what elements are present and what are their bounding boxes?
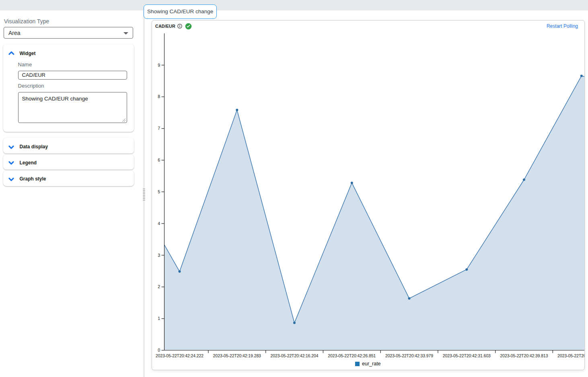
svg-text:2023-05-22T20:42:16.204: 2023-05-22T20:42:16.204 <box>270 354 318 358</box>
svg-text:2: 2 <box>158 284 160 289</box>
svg-text:2023-05-22T20:42:26.851: 2023-05-22T20:42:26.851 <box>328 354 376 358</box>
svg-text:1: 1 <box>158 316 160 321</box>
svg-text:2023-05-22T20:42:35.514: 2023-05-22T20:42:35.514 <box>557 354 584 358</box>
svg-text:2023-05-22T20:42:39.813: 2023-05-22T20:42:39.813 <box>500 354 548 358</box>
svg-text:2023-05-22T20:42:31.603: 2023-05-22T20:42:31.603 <box>443 354 491 358</box>
svg-text:3: 3 <box>158 253 160 258</box>
svg-text:6: 6 <box>158 158 160 162</box>
svg-text:0: 0 <box>158 348 160 352</box>
svg-text:2023-05-22T20:42:33.979: 2023-05-22T20:42:33.979 <box>385 354 433 358</box>
svg-text:8: 8 <box>158 94 160 99</box>
svg-text:5: 5 <box>158 189 160 194</box>
svg-text:2023-05-22T20:42:24.222: 2023-05-22T20:42:24.222 <box>156 354 204 358</box>
svg-text:2023-05-22T20:42:19.283: 2023-05-22T20:42:19.283 <box>213 354 261 358</box>
svg-text:4: 4 <box>158 221 160 226</box>
svg-text:9: 9 <box>158 63 160 68</box>
svg-text:7: 7 <box>158 126 160 131</box>
